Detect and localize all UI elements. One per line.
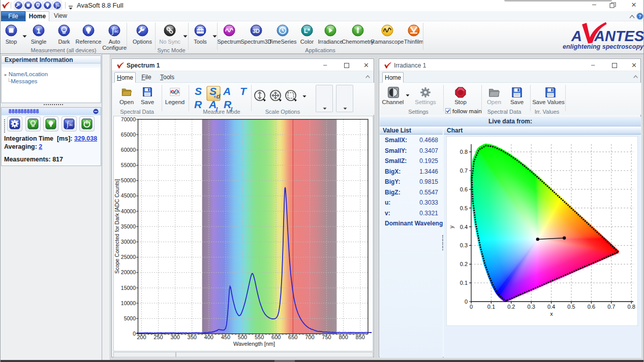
- svg-text:30000: 30000: [121, 239, 136, 245]
- svg-text:Scope Corrected for Dark [ADC: Scope Corrected for Dark [ADC Counts]: [114, 179, 120, 274]
- svg-text:650: 650: [288, 334, 297, 340]
- svg-text:400: 400: [204, 334, 213, 340]
- svg-text:35000: 35000: [121, 223, 136, 229]
- svg-text:750: 750: [322, 334, 331, 340]
- svg-text:5000: 5000: [124, 315, 136, 321]
- svg-text:600: 600: [271, 334, 281, 340]
- svg-text:x: x: [550, 311, 553, 317]
- svg-text:ac: ac: [114, 29, 118, 34]
- svg-text:Wavelength [nm]: Wavelength [nm]: [233, 341, 275, 347]
- svg-text:0.4: 0.4: [460, 224, 468, 230]
- svg-text:A: A: [571, 28, 582, 44]
- svg-text:enlightening spectroscopy: enlightening spectroscopy: [563, 43, 644, 50]
- svg-text:3D: 3D: [253, 28, 260, 34]
- svg-text:0.2: 0.2: [507, 304, 515, 310]
- svg-text:0.8: 0.8: [628, 304, 635, 310]
- svg-text:250: 250: [154, 334, 163, 340]
- svg-text:0.1: 0.1: [487, 304, 495, 310]
- svg-text:200: 200: [137, 334, 146, 340]
- svg-text:0.8: 0.8: [460, 149, 468, 155]
- svg-text:A: A: [223, 85, 231, 97]
- svg-text:0.5: 0.5: [567, 304, 575, 310]
- svg-text:T: T: [240, 85, 248, 97]
- svg-text:15000: 15000: [121, 285, 136, 291]
- svg-text:350: 350: [188, 334, 197, 340]
- svg-text:0.3: 0.3: [460, 242, 468, 248]
- svg-text:1: 1: [37, 26, 41, 35]
- svg-text:S: S: [195, 85, 202, 97]
- svg-text:0.5: 0.5: [460, 205, 468, 211]
- svg-text:0.6: 0.6: [588, 304, 595, 310]
- svg-text:ac: ac: [57, 4, 60, 7]
- svg-text:25000: 25000: [121, 254, 136, 260]
- svg-text:850: 850: [356, 334, 365, 340]
- svg-text:0.7: 0.7: [607, 304, 615, 310]
- svg-text:50000: 50000: [121, 177, 136, 183]
- svg-text:ac: ac: [69, 122, 73, 127]
- svg-text:?: ?: [638, 13, 641, 19]
- svg-text:0: 0: [133, 331, 136, 337]
- svg-text:d: d: [217, 92, 221, 100]
- svg-text:500: 500: [238, 334, 247, 340]
- svg-text:300: 300: [170, 334, 179, 340]
- svg-text:10000: 10000: [121, 300, 136, 306]
- svg-text:0: 0: [470, 304, 473, 310]
- svg-text:45000: 45000: [121, 192, 136, 199]
- svg-text:20000: 20000: [121, 269, 136, 275]
- svg-text:y: y: [448, 225, 454, 228]
- svg-text:S: S: [209, 85, 217, 97]
- svg-text:L*: L*: [304, 27, 310, 35]
- svg-text:700: 700: [305, 334, 314, 340]
- svg-text:60000: 60000: [121, 147, 136, 153]
- svg-text:450: 450: [221, 334, 230, 340]
- svg-text:0.6: 0.6: [460, 186, 468, 192]
- svg-text:55000: 55000: [121, 162, 136, 168]
- svg-text:0.1: 0.1: [460, 280, 468, 286]
- svg-text:0.7: 0.7: [460, 168, 468, 174]
- svg-text:65000: 65000: [121, 131, 136, 138]
- svg-text:40000: 40000: [121, 208, 136, 214]
- svg-text:0.3: 0.3: [528, 304, 535, 310]
- svg-text:70000: 70000: [121, 116, 136, 122]
- svg-text:550: 550: [255, 334, 264, 340]
- svg-text:0: 0: [465, 299, 468, 305]
- svg-text:0.2: 0.2: [460, 261, 468, 267]
- svg-text:ANTES: ANTES: [594, 28, 644, 44]
- svg-text:0.4: 0.4: [547, 304, 555, 310]
- svg-text:800: 800: [339, 334, 348, 340]
